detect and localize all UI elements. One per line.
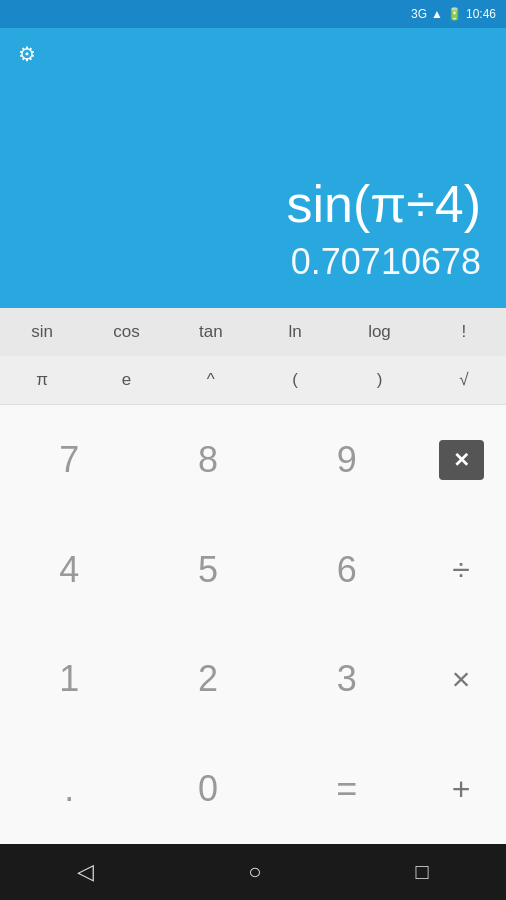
numpad-row-2: 4 5 6 ÷ <box>0 515 506 625</box>
equals-button[interactable]: = <box>277 734 416 844</box>
log-button[interactable]: log <box>337 308 421 356</box>
sqrt-button[interactable]: √ <box>422 356 506 404</box>
nav-bar: ◁ ○ □ <box>0 844 506 900</box>
display-area: ⚙ sin(π÷4) 0.70710678 <box>0 28 506 308</box>
multiply-button[interactable]: × <box>416 625 506 735</box>
result-display: 0.70710678 <box>291 241 481 283</box>
five-button[interactable]: 5 <box>139 515 278 625</box>
settings-button[interactable]: ⚙ <box>18 42 36 66</box>
function-row-1: sin cos tan ln log ! <box>0 308 506 356</box>
four-button[interactable]: 4 <box>0 515 139 625</box>
cos-button[interactable]: cos <box>84 308 168 356</box>
signal-text: 3G <box>411 7 427 21</box>
backspace-icon: ✕ <box>439 440 484 480</box>
three-button[interactable]: 3 <box>277 625 416 735</box>
status-bar: 3G ▲ 🔋 10:46 <box>0 0 506 28</box>
power-button[interactable]: ^ <box>169 356 253 404</box>
openparen-button[interactable]: ( <box>253 356 337 404</box>
closeparen-button[interactable]: ) <box>337 356 421 404</box>
back-button[interactable]: ◁ <box>77 859 94 885</box>
signal-icon: ▲ <box>431 7 443 21</box>
plus-button[interactable]: + <box>416 734 506 844</box>
function-row-2: π e ^ ( ) √ <box>0 356 506 404</box>
numpad-row-1: 7 8 9 ✕ <box>0 405 506 515</box>
factorial-button[interactable]: ! <box>422 308 506 356</box>
function-section: sin cos tan ln log ! π e ^ ( ) √ <box>0 308 506 404</box>
nine-button[interactable]: 9 <box>277 405 416 515</box>
expression-display: sin(π÷4) <box>287 176 481 233</box>
battery-icon: 🔋 <box>447 7 462 21</box>
two-button[interactable]: 2 <box>139 625 278 735</box>
tan-button[interactable]: tan <box>169 308 253 356</box>
ln-button[interactable]: ln <box>253 308 337 356</box>
status-icons: 3G ▲ 🔋 10:46 <box>411 7 496 21</box>
divide-button[interactable]: ÷ <box>416 515 506 625</box>
backspace-button[interactable]: ✕ <box>416 405 506 515</box>
euler-button[interactable]: e <box>84 356 168 404</box>
zero-button[interactable]: 0 <box>139 734 278 844</box>
recent-button[interactable]: □ <box>416 859 429 885</box>
pi-button[interactable]: π <box>0 356 84 404</box>
eight-button[interactable]: 8 <box>139 405 278 515</box>
calculator-pad: 7 8 9 ✕ 4 5 6 ÷ 1 2 3 × . 0 = + <box>0 405 506 844</box>
backspace-symbol: ✕ <box>453 448 470 472</box>
seven-button[interactable]: 7 <box>0 405 139 515</box>
numpad-row-4: . 0 = + <box>0 734 506 844</box>
sin-button[interactable]: sin <box>0 308 84 356</box>
numpad-row-3: 1 2 3 × <box>0 625 506 735</box>
six-button[interactable]: 6 <box>277 515 416 625</box>
dot-button[interactable]: . <box>0 734 139 844</box>
one-button[interactable]: 1 <box>0 625 139 735</box>
home-button[interactable]: ○ <box>248 859 261 885</box>
time-display: 10:46 <box>466 7 496 21</box>
